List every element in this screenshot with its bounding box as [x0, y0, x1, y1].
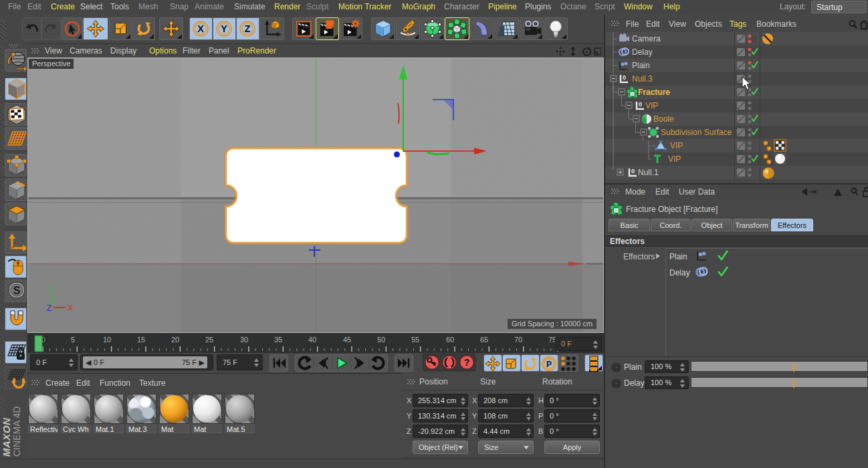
svg-text:Delay: Delay: [632, 47, 653, 57]
svg-text:45: 45: [343, 336, 351, 344]
svg-text:5: 5: [71, 336, 75, 344]
svg-text:0: 0: [639, 101, 642, 108]
svg-text:65: 65: [480, 336, 488, 344]
svg-text:60: 60: [446, 336, 454, 344]
svg-text:VIP: VIP: [668, 154, 681, 164]
svg-text:Z: Z: [245, 23, 251, 34]
svg-text:S: S: [13, 285, 21, 296]
svg-text:P: P: [546, 360, 552, 369]
svg-text:VIP: VIP: [645, 101, 658, 110]
svg-text:MAXON: MAXON: [1, 417, 12, 457]
svg-text:Fracture: Fracture: [638, 88, 670, 97]
svg-text:55: 55: [411, 336, 419, 344]
svg-text:35: 35: [274, 336, 282, 344]
svg-text:Y: Y: [221, 23, 227, 34]
svg-text:Boole: Boole: [653, 114, 674, 124]
svg-text:X: X: [197, 23, 204, 34]
svg-text:30: 30: [240, 336, 248, 344]
svg-text:40: 40: [308, 336, 316, 344]
svg-text:Y: Y: [48, 285, 53, 294]
svg-text:Null.3: Null.3: [632, 74, 653, 84]
svg-text:10: 10: [103, 336, 111, 344]
svg-text:0: 0: [631, 168, 635, 174]
svg-text:20: 20: [171, 336, 179, 344]
svg-text:0: 0: [623, 74, 626, 81]
svg-text:Null.1: Null.1: [638, 168, 659, 177]
svg-text:15: 15: [137, 336, 145, 344]
svg-text:Camera: Camera: [632, 34, 661, 43]
svg-text:?: ?: [464, 357, 470, 368]
svg-text:25: 25: [205, 336, 213, 344]
svg-text:CINEMA 4D: CINEMA 4D: [11, 406, 22, 457]
svg-text:Plain: Plain: [632, 61, 650, 70]
svg-text:50: 50: [377, 336, 385, 344]
svg-text:Z: Z: [47, 304, 51, 313]
svg-text:70: 70: [514, 336, 522, 344]
svg-text:X: X: [68, 304, 73, 313]
svg-text:Subdivision Surface: Subdivision Surface: [661, 128, 732, 137]
svg-text:VIP: VIP: [670, 141, 683, 150]
svg-text:0: 0: [43, 336, 47, 344]
